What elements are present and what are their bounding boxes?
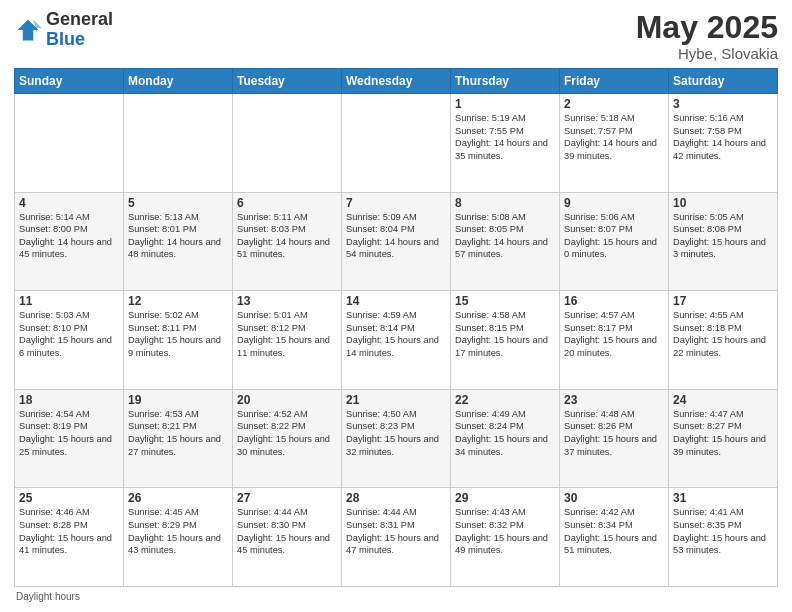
day-cell: 20Sunrise: 4:52 AM Sunset: 8:22 PM Dayli… <box>233 389 342 488</box>
day-info: Sunrise: 4:58 AM Sunset: 8:15 PM Dayligh… <box>455 309 555 359</box>
weekday-header-row: SundayMondayTuesdayWednesdayThursdayFrid… <box>15 69 778 94</box>
day-cell <box>124 94 233 193</box>
day-info: Sunrise: 4:59 AM Sunset: 8:14 PM Dayligh… <box>346 309 446 359</box>
day-info: Sunrise: 4:43 AM Sunset: 8:32 PM Dayligh… <box>455 506 555 556</box>
day-info: Sunrise: 5:01 AM Sunset: 8:12 PM Dayligh… <box>237 309 337 359</box>
header: General Blue May 2025 Hybe, Slovakia <box>14 10 778 62</box>
day-number: 8 <box>455 196 555 210</box>
day-info: Sunrise: 5:03 AM Sunset: 8:10 PM Dayligh… <box>19 309 119 359</box>
day-cell: 12Sunrise: 5:02 AM Sunset: 8:11 PM Dayli… <box>124 291 233 390</box>
day-info: Sunrise: 5:16 AM Sunset: 7:58 PM Dayligh… <box>673 112 773 162</box>
day-info: Sunrise: 5:02 AM Sunset: 8:11 PM Dayligh… <box>128 309 228 359</box>
day-number: 4 <box>19 196 119 210</box>
day-number: 23 <box>564 393 664 407</box>
day-info: Sunrise: 5:05 AM Sunset: 8:08 PM Dayligh… <box>673 211 773 261</box>
logo-general-label: General <box>46 10 113 30</box>
day-info: Sunrise: 4:42 AM Sunset: 8:34 PM Dayligh… <box>564 506 664 556</box>
day-cell: 22Sunrise: 4:49 AM Sunset: 8:24 PM Dayli… <box>451 389 560 488</box>
day-number: 20 <box>237 393 337 407</box>
day-cell <box>15 94 124 193</box>
day-cell: 7Sunrise: 5:09 AM Sunset: 8:04 PM Daylig… <box>342 192 451 291</box>
day-number: 2 <box>564 97 664 111</box>
day-info: Sunrise: 5:13 AM Sunset: 8:01 PM Dayligh… <box>128 211 228 261</box>
weekday-header-sunday: Sunday <box>15 69 124 94</box>
day-cell: 23Sunrise: 4:48 AM Sunset: 8:26 PM Dayli… <box>560 389 669 488</box>
day-info: Sunrise: 4:53 AM Sunset: 8:21 PM Dayligh… <box>128 408 228 458</box>
week-row-2: 4Sunrise: 5:14 AM Sunset: 8:00 PM Daylig… <box>15 192 778 291</box>
day-cell: 27Sunrise: 4:44 AM Sunset: 8:30 PM Dayli… <box>233 488 342 587</box>
day-number: 25 <box>19 491 119 505</box>
day-cell: 28Sunrise: 4:44 AM Sunset: 8:31 PM Dayli… <box>342 488 451 587</box>
day-number: 9 <box>564 196 664 210</box>
day-number: 13 <box>237 294 337 308</box>
weekday-header-thursday: Thursday <box>451 69 560 94</box>
day-info: Sunrise: 4:49 AM Sunset: 8:24 PM Dayligh… <box>455 408 555 458</box>
week-row-3: 11Sunrise: 5:03 AM Sunset: 8:10 PM Dayli… <box>15 291 778 390</box>
day-cell: 11Sunrise: 5:03 AM Sunset: 8:10 PM Dayli… <box>15 291 124 390</box>
day-number: 24 <box>673 393 773 407</box>
day-info: Sunrise: 5:19 AM Sunset: 7:55 PM Dayligh… <box>455 112 555 162</box>
week-row-5: 25Sunrise: 4:46 AM Sunset: 8:28 PM Dayli… <box>15 488 778 587</box>
day-info: Sunrise: 5:14 AM Sunset: 8:00 PM Dayligh… <box>19 211 119 261</box>
weekday-header-saturday: Saturday <box>669 69 778 94</box>
page: General Blue May 2025 Hybe, Slovakia Sun… <box>0 0 792 612</box>
day-info: Sunrise: 4:55 AM Sunset: 8:18 PM Dayligh… <box>673 309 773 359</box>
day-number: 3 <box>673 97 773 111</box>
day-cell: 1Sunrise: 5:19 AM Sunset: 7:55 PM Daylig… <box>451 94 560 193</box>
day-cell: 16Sunrise: 4:57 AM Sunset: 8:17 PM Dayli… <box>560 291 669 390</box>
day-number: 31 <box>673 491 773 505</box>
day-cell: 14Sunrise: 4:59 AM Sunset: 8:14 PM Dayli… <box>342 291 451 390</box>
week-row-4: 18Sunrise: 4:54 AM Sunset: 8:19 PM Dayli… <box>15 389 778 488</box>
day-info: Sunrise: 4:44 AM Sunset: 8:30 PM Dayligh… <box>237 506 337 556</box>
day-number: 21 <box>346 393 446 407</box>
day-info: Sunrise: 4:41 AM Sunset: 8:35 PM Dayligh… <box>673 506 773 556</box>
logo-icon <box>14 16 42 44</box>
day-info: Sunrise: 5:18 AM Sunset: 7:57 PM Dayligh… <box>564 112 664 162</box>
day-number: 18 <box>19 393 119 407</box>
day-number: 30 <box>564 491 664 505</box>
day-cell: 5Sunrise: 5:13 AM Sunset: 8:01 PM Daylig… <box>124 192 233 291</box>
weekday-header-wednesday: Wednesday <box>342 69 451 94</box>
day-cell: 18Sunrise: 4:54 AM Sunset: 8:19 PM Dayli… <box>15 389 124 488</box>
day-cell: 26Sunrise: 4:45 AM Sunset: 8:29 PM Dayli… <box>124 488 233 587</box>
day-number: 22 <box>455 393 555 407</box>
week-row-1: 1Sunrise: 5:19 AM Sunset: 7:55 PM Daylig… <box>15 94 778 193</box>
weekday-header-friday: Friday <box>560 69 669 94</box>
day-cell: 25Sunrise: 4:46 AM Sunset: 8:28 PM Dayli… <box>15 488 124 587</box>
day-info: Sunrise: 4:45 AM Sunset: 8:29 PM Dayligh… <box>128 506 228 556</box>
day-cell: 9Sunrise: 5:06 AM Sunset: 8:07 PM Daylig… <box>560 192 669 291</box>
logo-text: General Blue <box>46 10 113 50</box>
title-month: May 2025 <box>636 10 778 45</box>
day-cell: 21Sunrise: 4:50 AM Sunset: 8:23 PM Dayli… <box>342 389 451 488</box>
day-info: Sunrise: 5:08 AM Sunset: 8:05 PM Dayligh… <box>455 211 555 261</box>
weekday-header-tuesday: Tuesday <box>233 69 342 94</box>
day-info: Sunrise: 5:06 AM Sunset: 8:07 PM Dayligh… <box>564 211 664 261</box>
weekday-header-monday: Monday <box>124 69 233 94</box>
day-cell: 30Sunrise: 4:42 AM Sunset: 8:34 PM Dayli… <box>560 488 669 587</box>
day-cell: 31Sunrise: 4:41 AM Sunset: 8:35 PM Dayli… <box>669 488 778 587</box>
day-number: 5 <box>128 196 228 210</box>
calendar-table: SundayMondayTuesdayWednesdayThursdayFrid… <box>14 68 778 587</box>
day-cell: 6Sunrise: 5:11 AM Sunset: 8:03 PM Daylig… <box>233 192 342 291</box>
day-cell: 8Sunrise: 5:08 AM Sunset: 8:05 PM Daylig… <box>451 192 560 291</box>
footer-text: Daylight hours <box>16 591 80 602</box>
day-number: 15 <box>455 294 555 308</box>
day-info: Sunrise: 4:54 AM Sunset: 8:19 PM Dayligh… <box>19 408 119 458</box>
day-number: 12 <box>128 294 228 308</box>
day-info: Sunrise: 5:11 AM Sunset: 8:03 PM Dayligh… <box>237 211 337 261</box>
day-number: 14 <box>346 294 446 308</box>
title-block: May 2025 Hybe, Slovakia <box>636 10 778 62</box>
day-info: Sunrise: 5:09 AM Sunset: 8:04 PM Dayligh… <box>346 211 446 261</box>
day-info: Sunrise: 4:44 AM Sunset: 8:31 PM Dayligh… <box>346 506 446 556</box>
title-location: Hybe, Slovakia <box>636 45 778 62</box>
day-cell: 10Sunrise: 5:05 AM Sunset: 8:08 PM Dayli… <box>669 192 778 291</box>
footer-note: Daylight hours <box>14 591 778 602</box>
day-cell: 13Sunrise: 5:01 AM Sunset: 8:12 PM Dayli… <box>233 291 342 390</box>
day-cell: 2Sunrise: 5:18 AM Sunset: 7:57 PM Daylig… <box>560 94 669 193</box>
day-number: 28 <box>346 491 446 505</box>
logo: General Blue <box>14 10 113 50</box>
day-number: 29 <box>455 491 555 505</box>
day-number: 17 <box>673 294 773 308</box>
day-info: Sunrise: 4:57 AM Sunset: 8:17 PM Dayligh… <box>564 309 664 359</box>
day-cell: 15Sunrise: 4:58 AM Sunset: 8:15 PM Dayli… <box>451 291 560 390</box>
